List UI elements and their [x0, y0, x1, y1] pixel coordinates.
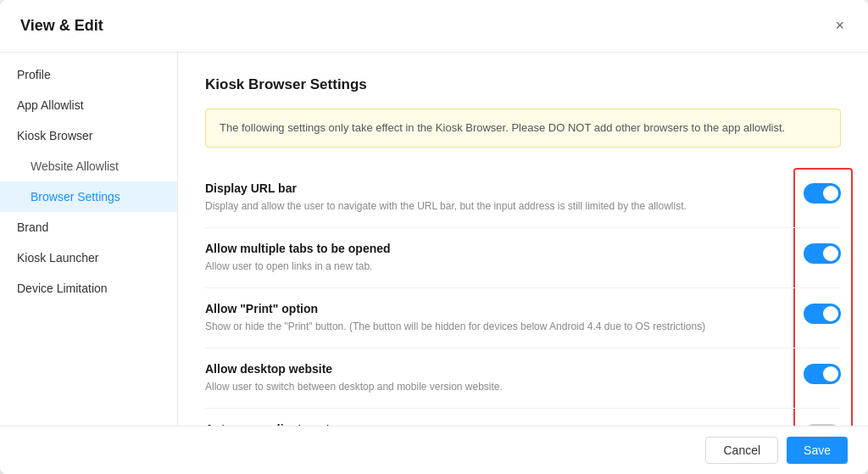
setting-label-allow-print: Allow "Print" option: [205, 302, 783, 315]
sidebar-item-app-allowlist[interactable]: App Allowlist: [0, 90, 177, 120]
sidebar: Profile App Allowlist Kiosk Browser Webs…: [0, 53, 178, 426]
toggle-slider-allow-desktop-website: [804, 364, 841, 384]
sidebar-item-device-limitation[interactable]: Device Limitation: [0, 273, 177, 304]
toggle-allow-print[interactable]: [804, 304, 841, 324]
setting-label-allow-desktop-website: Allow desktop website: [205, 362, 783, 376]
toggle-allow-desktop-website[interactable]: [804, 364, 841, 384]
toggle-slider-allow-multiple-tabs: [804, 243, 841, 264]
modal-footer: Cancel Save: [0, 426, 868, 474]
toggle-slider-auto-page-adjustment: [804, 424, 841, 427]
toggle-auto-page-adjustment[interactable]: [804, 424, 841, 427]
sidebar-item-kiosk-launcher[interactable]: Kiosk Launcher: [0, 243, 177, 273]
setting-allow-multiple-tabs: Allow multiple tabs to be opened Allow u…: [205, 228, 841, 288]
setting-text-allow-print: Allow "Print" option Show or hide the "P…: [205, 302, 804, 334]
toggle-wrapper-allow-desktop-website[interactable]: [804, 364, 841, 384]
sidebar-item-profile[interactable]: Profile: [0, 59, 177, 90]
toggle-wrapper-auto-page-adjustment[interactable]: [804, 424, 841, 427]
info-banner: The following settings only take effect …: [205, 109, 841, 148]
setting-desc-allow-print: Show or hide the "Print" button. (The bu…: [205, 319, 783, 334]
sidebar-item-website-allowlist[interactable]: Website Allowlist: [0, 151, 177, 181]
setting-allow-desktop-website: Allow desktop website Allow user to swit…: [205, 349, 841, 409]
setting-allow-print: Allow "Print" option Show or hide the "P…: [205, 288, 841, 349]
setting-text-allow-multiple-tabs: Allow multiple tabs to be opened Allow u…: [205, 242, 804, 274]
close-button[interactable]: ×: [832, 14, 848, 38]
sidebar-item-browser-settings[interactable]: Browser Settings: [0, 181, 177, 212]
modal-body: Profile App Allowlist Kiosk Browser Webs…: [0, 53, 868, 426]
setting-text-allow-desktop-website: Allow desktop website Allow user to swit…: [205, 362, 804, 394]
setting-display-url-bar: Display URL bar Display and allow the us…: [205, 168, 841, 228]
toggle-wrapper-allow-multiple-tabs[interactable]: [804, 243, 841, 264]
setting-label-display-url-bar: Display URL bar: [205, 181, 783, 195]
sidebar-item-kiosk-browser[interactable]: Kiosk Browser: [0, 120, 177, 151]
setting-label-allow-multiple-tabs: Allow multiple tabs to be opened: [205, 242, 783, 255]
setting-desc-allow-desktop-website: Allow user to switch between desktop and…: [205, 379, 783, 394]
setting-auto-page-adjustment: Auto page adjustment Adjust the web page…: [205, 409, 841, 427]
content-area: Kiosk Browser Settings The following set…: [178, 53, 868, 426]
modal-title: View & Edit: [20, 17, 103, 35]
setting-desc-allow-multiple-tabs: Allow user to open links in a new tab.: [205, 259, 783, 274]
setting-label-auto-page-adjustment: Auto page adjustment: [205, 422, 783, 427]
settings-list: Display URL bar Display and allow the us…: [205, 168, 841, 427]
cancel-button[interactable]: Cancel: [705, 437, 778, 464]
save-button[interactable]: Save: [787, 437, 848, 464]
setting-desc-display-url-bar: Display and allow the user to navigate w…: [205, 198, 783, 214]
toggle-slider-allow-print: [804, 304, 841, 324]
toggle-wrapper-display-url-bar[interactable]: [804, 183, 841, 204]
setting-text-display-url-bar: Display URL bar Display and allow the us…: [205, 181, 804, 214]
setting-text-auto-page-adjustment: Auto page adjustment Adjust the web page…: [205, 422, 804, 427]
modal: View & Edit × Profile App Allowlist Kios…: [0, 0, 868, 474]
sidebar-item-brand[interactable]: Brand: [0, 212, 177, 243]
content-title: Kiosk Browser Settings: [205, 76, 841, 93]
toggle-display-url-bar[interactable]: [804, 183, 841, 204]
toggle-allow-multiple-tabs[interactable]: [804, 243, 841, 264]
settings-container: Display URL bar Display and allow the us…: [205, 168, 841, 427]
toggle-wrapper-allow-print[interactable]: [804, 304, 841, 324]
modal-header: View & Edit ×: [0, 0, 868, 53]
toggle-slider-display-url-bar: [804, 183, 841, 204]
